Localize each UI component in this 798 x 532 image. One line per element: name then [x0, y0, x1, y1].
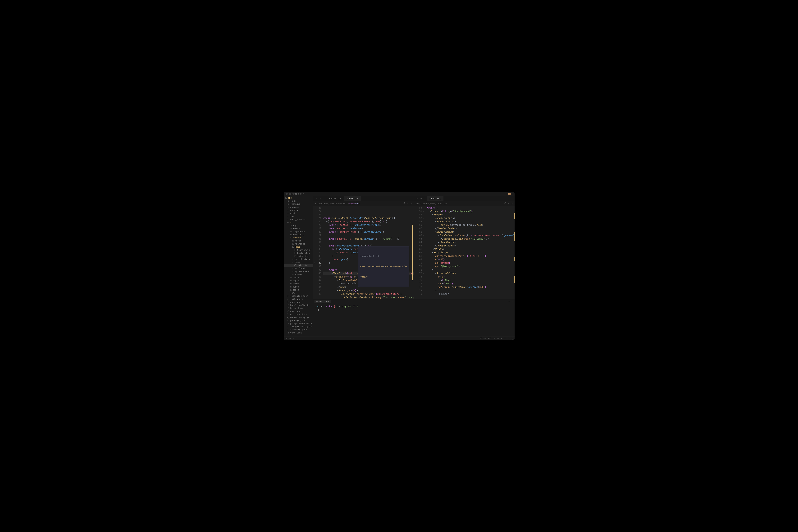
code-line[interactable]: const Menu = React.forwardRef<ModalRef, … [323, 216, 414, 220]
tree-item[interactable]: {}babel.config.js [284, 304, 314, 307]
tree-item[interactable]: 🗀Winner [284, 273, 314, 276]
code-line[interactable]: <IconButton.Icon name="Setting2" /> [424, 237, 515, 241]
code-line[interactable]: entering={FadeInDown.duration(350)} [424, 285, 515, 289]
tree-item[interactable]: {}eas.json [284, 310, 314, 313]
tree-item[interactable]: {}app.json [284, 301, 314, 304]
tree-item[interactable]: ᵀˢtamagui.config.ts [284, 325, 314, 328]
tree-item[interactable]: {}Counter.tsx [284, 249, 314, 252]
code-line[interactable]: <ListButton first onPress={goToMatchHist… [323, 292, 414, 296]
tree-item[interactable]: 🗀Aparence [284, 243, 314, 246]
code-line[interactable]: return ( [424, 206, 515, 209]
code-line[interactable]: px={"$lg"} [424, 279, 515, 282]
breadcrumb-left[interactable]: src/screens/Menu/index.tsx › const Menu … [314, 202, 414, 206]
code-line[interactable]: const { currentTheme } = useThemeStore() [323, 230, 414, 234]
expand-icon[interactable]: ⤢ [410, 202, 412, 205]
tree-item[interactable]: ᵀˢexpo-env.d.ts [284, 313, 314, 316]
expand-icon[interactable]: ⤢ [511, 202, 513, 205]
code-line[interactable]: const router = useRouter() [323, 227, 414, 230]
nav-forward[interactable]: → [419, 197, 423, 200]
min-dot[interactable] [289, 193, 291, 195]
code-line[interactable] [323, 234, 414, 237]
code-line[interactable]: <Stack gap={2}> [323, 289, 414, 292]
sleep-icon[interactable]: z [505, 338, 505, 339]
tree-item[interactable]: 🗀assets [284, 209, 314, 212]
mail-icon[interactable]: ✉ [497, 337, 499, 340]
code-line[interactable]: <IconButton onPress={() ⇒ refModalMenu.c… [424, 234, 515, 237]
tree-item[interactable]: 🗁app [284, 196, 314, 200]
tree-item[interactable]: 🗀.expo [284, 200, 314, 203]
code-line[interactable]: <Header.Right> [424, 230, 515, 234]
code-line[interactable]: <Counter [424, 292, 515, 296]
code-line[interactable]: </Header.Right> [424, 244, 515, 247]
bell-icon[interactable]: ◊ [512, 337, 513, 340]
maximize-icon[interactable]: ⤢ [512, 301, 513, 303]
code-editor-left[interactable]: 21222324252627282930313233343536⚡3738394… [314, 206, 414, 299]
tree-item[interactable]: 🗀app [284, 224, 314, 227]
check-icon[interactable]: ✓ [293, 337, 294, 340]
tree-item[interactable]: {}metro.config.js [284, 316, 314, 319]
editor-tab[interactable]: Footer.tsx [326, 196, 344, 202]
search-icon[interactable]: ⌕ [508, 202, 509, 205]
tree-item[interactable]: ⎇.gitignore [284, 298, 314, 301]
tree-item[interactable]: {}tsconfig.json [284, 328, 314, 331]
traffic-lights[interactable] [286, 193, 294, 195]
code-line[interactable]: </Header> [424, 247, 515, 251]
code-line[interactable]: > [424, 289, 515, 292]
tree-item[interactable]: 🗀SplashScreen [284, 270, 314, 273]
code-line[interactable]: bg={"$background"} [424, 265, 515, 268]
tree-item[interactable]: {}index.tsx [284, 255, 314, 258]
nav-forward[interactable]: → [319, 197, 322, 200]
breadcrumb-right[interactable]: src/screens/Home/index.tsx :T ⌕ ⤢ [414, 202, 515, 206]
tree-item[interactable]: 🗀theme [284, 282, 314, 285]
code-line[interactable]: <Text h3>Contador de truco</Text> [424, 223, 515, 227]
file-explorer[interactable]: 🗁app🗀.expo🗀.tamagui🗀android🗀assets🗀dist🗀… [284, 196, 314, 337]
code-line[interactable]: ({ aboutOnPress, aparenceOnPress }, ref)… [323, 220, 414, 223]
tree-item[interactable]: 🗀Menu [284, 261, 314, 264]
tabbar-right[interactable]: ← → index.tsx [414, 196, 515, 202]
tree-item[interactable]: ∘.env [284, 291, 314, 294]
tree-item[interactable]: 🗀utils [284, 288, 314, 291]
chevron-down-icon[interactable]: ⌄ [512, 193, 512, 195]
code-line[interactable]: > [424, 268, 515, 271]
tree-item[interactable]: {}.eslintrc.json [284, 294, 314, 298]
tree-item[interactable]: ⊠yarn.lock [284, 331, 314, 335]
code-line[interactable]: <Stack f={1} bg={"$background"}> [424, 209, 515, 213]
layout-icon[interactable]: ⧉ [508, 337, 509, 340]
terminal-panel[interactable]: ▣ app — zsh + ⤢ app on ⎇ dev [!] via ⬢ v… [314, 299, 515, 337]
regex-icon[interactable]: :T [504, 202, 506, 205]
code-line[interactable]: gap={"$md"} [424, 282, 515, 285]
tree-item[interactable]: {}Footer.tsx [284, 252, 314, 255]
code-line[interactable]: pt={20} [424, 258, 515, 261]
code-line[interactable]: <Header> [424, 213, 515, 216]
tree-item[interactable]: 🗁screens [284, 236, 314, 239]
editor-tab[interactable]: index.tsx [426, 196, 443, 202]
tree-item[interactable]: 🗀NotFound [284, 267, 314, 270]
code-line[interactable]: pb={bottom} [424, 261, 515, 265]
tree-item[interactable]: 🗀types [284, 285, 314, 288]
tree-item[interactable]: 🗀About [284, 239, 314, 243]
tree-item[interactable]: 🗀styles [284, 279, 314, 282]
nav-back[interactable]: ← [315, 197, 318, 200]
code-line[interactable]: <ListButton.ExpoIcon library='Ionicons' … [323, 296, 414, 299]
statusbar[interactable]: ⎇ ◉ ✓ 37:53 TSX ⊡ ✉ ⊕ z ⧉ ◊ [284, 337, 515, 340]
code-line[interactable]: </Header.Center> [424, 227, 515, 230]
code-line[interactable]: <ScrollView [424, 251, 515, 254]
new-terminal-icon[interactable]: + [509, 301, 510, 303]
code-editor-right[interactable]: 5455⌄5657⌄5859⌄606162⌄63⌄6465666768⌄6970… [414, 206, 515, 299]
tree-item[interactable]: 🗀dist [284, 212, 314, 215]
avatar[interactable] [508, 193, 511, 195]
tree-item[interactable]: 🗀.tamagui [284, 203, 314, 206]
feedback-icon[interactable]: ⊕ [501, 337, 502, 340]
tree-item[interactable]: 🗀node_modules [284, 218, 314, 221]
tree-item[interactable]: 🗀MatchHistory [284, 258, 314, 261]
code-line[interactable]: <Header.Left /> [424, 216, 515, 220]
close-dot[interactable] [286, 193, 288, 195]
nav-back[interactable]: ← [416, 197, 419, 200]
code-line[interactable]: <AnimatedHStack [424, 271, 515, 275]
code-line[interactable] [323, 241, 414, 244]
language-mode[interactable]: TSX [488, 338, 492, 340]
person-icon[interactable]: ◉ [289, 337, 291, 340]
editor-tab[interactable]: index.tsx [344, 196, 361, 202]
code-line[interactable]: const snapPoints = React.useMemo(() ⇒ ['… [323, 237, 414, 241]
terminal-body[interactable]: app on ⎇ dev [!] via ⬢ v18.17.1 → [314, 304, 515, 337]
